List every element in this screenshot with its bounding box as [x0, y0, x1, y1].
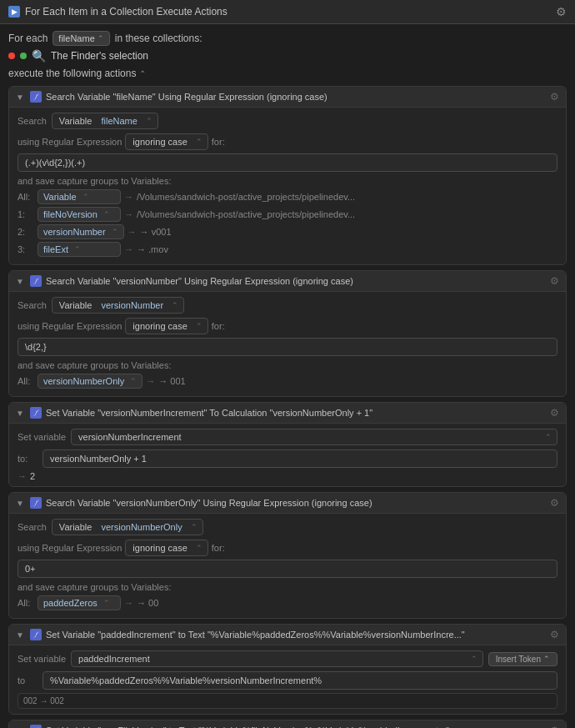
title-bar-text: For Each Item in a Collection Execute Ac… [25, 6, 228, 18]
collection-name: The Finder's selection [51, 50, 148, 62]
action-icon-6: 𝑓 [30, 725, 42, 728]
action-header-2[interactable]: ▼ 𝑓 Search Variable "versionNumber" Usin… [9, 271, 566, 292]
cap-index-2-0: All: [18, 376, 34, 386]
cap-index-1-1: 1: [18, 209, 34, 219]
action-body-5: Set variable paddedIncrement Insert Toke… [9, 645, 566, 714]
regex-input-2[interactable]: \d{2,} [18, 338, 558, 356]
cap-path-2-0: → 001 [158, 376, 185, 386]
ignoring-case-selector-4[interactable]: ignoring case [125, 540, 208, 556]
for-label-4: for: [212, 543, 225, 553]
collapse-arrow-4[interactable]: ▼ [16, 499, 26, 508]
green-dot [20, 53, 27, 59]
action-block-6: ▼ 𝑓 Set Variable "newFileVersion" to Tex… [8, 720, 567, 728]
search-label-2: Search [18, 300, 47, 310]
action-title-3: Set Variable "versionNumberIncrement" To… [46, 408, 372, 418]
action-gear-3[interactable]: ⚙ [550, 407, 559, 419]
cap-path-4-0: → 00 [137, 598, 158, 608]
cap-var-1-2[interactable]: versionNumber [38, 224, 124, 239]
action-header-3[interactable]: ▼ 𝑓 Set Variable "versionNumberIncrement… [9, 403, 566, 424]
result-value-3: 2 [30, 471, 35, 481]
action-body-4: Search Variable versionNumberOnly using … [9, 514, 566, 618]
to-label-5: to [18, 675, 38, 685]
variable-selector-4[interactable]: Variable versionNumberOnly [52, 519, 203, 535]
regex-label-4: using Regular Expression [18, 543, 122, 553]
to-label-3: to: [18, 454, 38, 464]
cap-index-4-0: All: [18, 598, 34, 608]
execute-chevron[interactable]: ⌃ [139, 69, 146, 78]
search-label-4: Search [18, 522, 47, 532]
save-label-4: and save capture groups to Variables: [18, 582, 558, 592]
action-gear-4[interactable]: ⚙ [550, 497, 559, 509]
search-label-1: Search [18, 116, 47, 126]
action-title-1: Search Variable "fileName" Using Regular… [46, 92, 328, 102]
save-label-2: and save capture groups to Variables: [18, 360, 558, 370]
cap-var-1-3[interactable]: fileExt [38, 242, 121, 257]
collapse-arrow-3[interactable]: ▼ [16, 409, 26, 418]
action-icon-5: 𝑓 [30, 629, 42, 640]
cap-var-2-0[interactable]: versionNumberOnly [38, 374, 142, 389]
ignoring-case-selector-2[interactable]: ignoring case [125, 318, 208, 334]
action-title-2: Search Variable "versionNumber" Using Re… [46, 276, 353, 286]
action-gear-6[interactable]: ⚙ [550, 725, 559, 728]
regex-input-1[interactable]: (.+)(v\d{2,})(.+) [18, 153, 558, 172]
ignoring-case-selector-1[interactable]: ignoring case [125, 133, 208, 150]
action-body-2: Search Variable versionNumber using Regu… [9, 292, 566, 396]
title-bar: ▶ For Each Item in a Collection Execute … [0, 0, 575, 24]
title-bar-icon: ▶ [8, 6, 20, 18]
action-gear-1[interactable]: ⚙ [550, 91, 559, 103]
for-each-prefix: For each [8, 33, 48, 44]
set-label-5: Set variable [18, 654, 66, 664]
collapse-arrow-5[interactable]: ▼ [16, 630, 26, 640]
action-block-2: ▼ 𝑓 Search Variable "versionNumber" Usin… [8, 270, 567, 397]
action-header-6[interactable]: ▼ 𝑓 Set Variable "newFileVersion" to Tex… [9, 720, 566, 728]
action-gear-5[interactable]: ⚙ [550, 629, 559, 640]
collapse-arrow-2[interactable]: ▼ [16, 277, 26, 286]
set-var-selector-5[interactable]: paddedIncrement [71, 650, 483, 667]
to-input-5[interactable]: %Variable%paddedZeros%%Variable%versionN… [42, 671, 558, 690]
cap-path-1-1: /Volumes/sandwich-post/active_projects/p… [137, 209, 355, 219]
collection-row: 🔍 The Finder's selection [8, 49, 567, 63]
execute-label: execute the following actions [8, 68, 136, 79]
cap-index-1-0: All: [18, 192, 34, 202]
action-icon-3: 𝑓 [30, 407, 42, 419]
collapse-arrow-1[interactable]: ▼ [16, 93, 26, 102]
cap-path-1-2: → v001 [140, 227, 172, 237]
action-header-4[interactable]: ▼ 𝑓 Search Variable "versionNumberOnly" … [9, 493, 566, 514]
for-each-row: For each fileName in these collections: [8, 31, 567, 46]
regex-input-4[interactable]: 0+ [18, 560, 558, 578]
set-var-selector-3[interactable]: versionNumberIncrement [71, 429, 558, 445]
cap-index-1-3: 3: [18, 244, 34, 254]
action-icon-4: 𝑓 [30, 497, 42, 509]
action-header-5[interactable]: ▼ 𝑓 Set Variable "paddedIncrement" to Te… [9, 625, 566, 645]
regex-label-1: using Regular Expression [18, 137, 122, 147]
cap-var-1-1[interactable]: fileNoVersion [38, 207, 121, 222]
action-body-1: Search Variable fileName using Regular E… [9, 108, 566, 264]
cap-path-1-3: → .mov [137, 244, 168, 254]
set-label-3: Set variable [18, 432, 66, 442]
for-label-2: for: [212, 321, 225, 331]
action-block-5: ▼ 𝑓 Set Variable "paddedIncrement" to Te… [8, 624, 567, 715]
action-header-1[interactable]: ▼ 𝑓 Search Variable "fileName" Using Reg… [9, 87, 566, 108]
action-title-4: Search Variable "versionNumberOnly" Usin… [46, 498, 372, 508]
cap-index-1-2: 2: [18, 227, 34, 237]
insert-token-btn-5[interactable]: Insert Token [488, 652, 558, 666]
save-label-1: and save capture groups to Variables: [18, 176, 558, 186]
cap-var-4-0[interactable]: paddedZeros [38, 595, 121, 610]
action-gear-2[interactable]: ⚙ [550, 275, 559, 287]
title-bar-gear-icon[interactable]: ⚙ [556, 5, 567, 18]
action-title-5: Set Variable "paddedIncrement" to Text "… [46, 630, 465, 640]
finder-icon: 🔍 [32, 49, 46, 63]
to-input-3[interactable]: versionNumberOnly + 1 [42, 449, 558, 468]
action-block-4: ▼ 𝑓 Search Variable "versionNumberOnly" … [8, 492, 567, 619]
cap-var-1-0[interactable]: Variable [38, 189, 121, 204]
action-block-1: ▼ 𝑓 Search Variable "fileName" Using Reg… [8, 86, 567, 265]
for-label-1: for: [212, 137, 225, 147]
action-icon-2: 𝑓 [30, 275, 42, 287]
variable-selector-1[interactable]: Variable fileName [52, 113, 158, 129]
variable-selector-2[interactable]: Variable versionNumber [52, 297, 184, 314]
action-block-3: ▼ 𝑓 Set Variable "versionNumberIncrement… [8, 402, 567, 487]
path-display-5: 002 → 002 [18, 693, 558, 709]
execute-row: execute the following actions ⌃ [8, 68, 567, 79]
for-each-variable-dropdown[interactable]: fileName [52, 31, 109, 46]
regex-label-2: using Regular Expression [18, 321, 122, 331]
